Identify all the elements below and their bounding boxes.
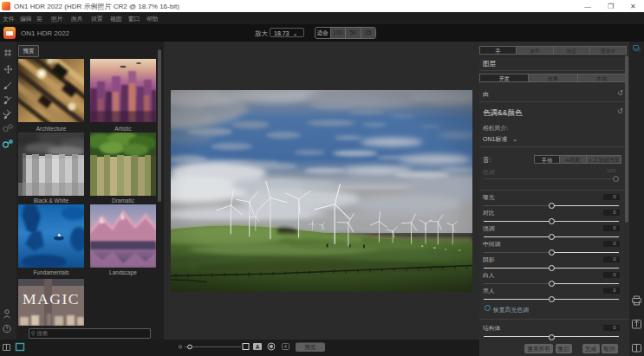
svg-text:MAGIC: MAGIC [23,290,80,307]
svg-text:预览: 预览 [305,344,317,351]
svg-text:A: A [256,344,260,350]
